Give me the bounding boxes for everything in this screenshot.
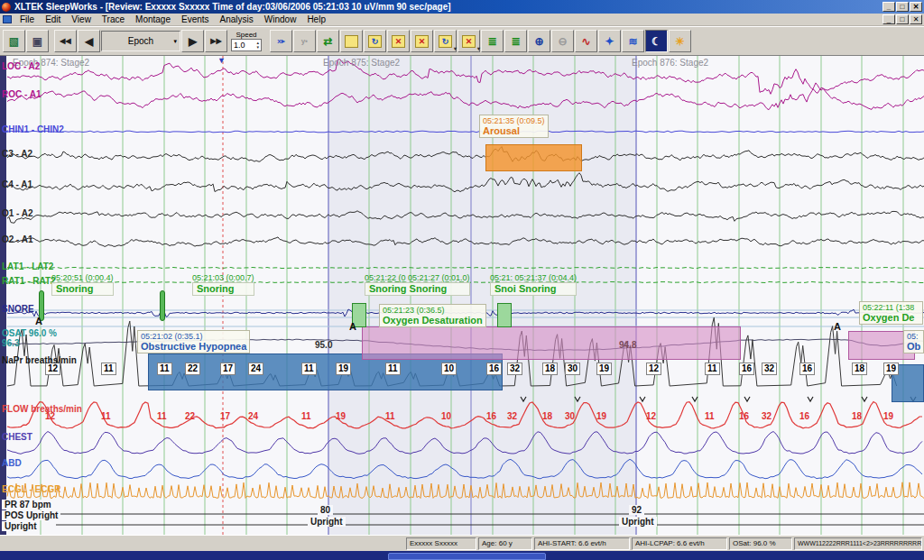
toolbar-group-left: ▧▣ (3, 30, 49, 52)
snore-event-marker-1[interactable] (160, 290, 165, 321)
desat-label-0-time: 05:21:23 (0:36.5) (383, 306, 483, 315)
arousal-label-time: 05:21:35 (0:09.5) (483, 116, 545, 125)
hypopnea-label-0-text: Obstructive Hypopnea (141, 341, 246, 352)
pr-value-0: 80 (318, 505, 333, 515)
video-playback-button[interactable]: ▣ (26, 30, 49, 52)
flow-rate-value: 17 (220, 411, 230, 421)
menu-edit[interactable]: Edit (40, 14, 66, 25)
menu-file[interactable]: File (14, 14, 40, 25)
epoch-nav-dropdown[interactable]: Epoch ▾ (101, 31, 180, 51)
x-cursor-button[interactable]: x▸ (270, 30, 292, 52)
zoom-out-icon: ⊖ (558, 35, 567, 48)
hypopnea-label-1[interactable]: 05:Ob (903, 330, 924, 353)
snoring-label-0[interactable]: 05:20:51 (0:00.4)Snoring (51, 273, 114, 296)
note-icon: ✕ (415, 35, 429, 48)
toolbar-separator (50, 30, 53, 52)
flow-rate-value: 10 (441, 411, 451, 421)
arousal-label[interactable]: 05:21:35 (0:09.5)Arousal (479, 115, 549, 138)
y-cursor-icon: y▪ (301, 37, 308, 45)
taskbar-button[interactable] (388, 553, 546, 560)
step-forward-button[interactable]: ▶ (181, 30, 204, 52)
channel-label-lat1: LAT1 - LAT2 (2, 262, 53, 271)
note-icon: ✕ (392, 35, 405, 48)
note-icon: ✕ (462, 35, 476, 48)
menu-montage[interactable]: Montage (130, 14, 176, 25)
snoring-text: Snoring (51, 282, 114, 296)
napr-rate-value: 11 (705, 363, 720, 375)
hypopnea-label-0-time: 05:21:02 (0:35.1) (141, 332, 246, 341)
snoring-label-1[interactable]: 05:21:03 (0:00.7)Snoring (192, 273, 254, 296)
menu-window[interactable]: Window (259, 14, 302, 25)
restore-button[interactable]: □ (896, 2, 909, 12)
spike-detection-button[interactable]: ∿ (575, 30, 597, 52)
x-cursor-icon: x▸ (277, 37, 284, 45)
event-summary-button[interactable]: ≣ (504, 30, 527, 52)
status-cell-3: AHI-LCPAP: 6.6 evt/h (632, 537, 727, 550)
note-new-button[interactable] (340, 30, 363, 52)
napr-rate-value: 16 (486, 363, 502, 375)
desat-label-0[interactable]: 05:21:23 (0:36.5)Oxygen Desaturation (379, 304, 486, 327)
study-review-icon: ▧ (9, 35, 19, 48)
fast-backward-button[interactable]: ◀◀ (54, 30, 77, 52)
menu-events[interactable]: Events (176, 14, 215, 25)
flow-rate-value: 19 (883, 411, 893, 421)
desat-region-0[interactable] (362, 326, 741, 360)
toolbar-group-right: x▸y▪⇄↻✕✕↻▾✕▾≣≣⊕⊖∿✦≋☾☀ (270, 30, 691, 52)
menu-help[interactable]: Help (301, 14, 331, 25)
breath-tick (862, 397, 867, 401)
stage-wizard-button[interactable]: ✦ (598, 30, 621, 52)
pr-value-1: 92 (629, 505, 644, 515)
arousal-region[interactable] (485, 144, 582, 171)
montage-reload-button[interactable]: ⇄ (317, 30, 339, 52)
mdi-window-controls: _□✕ (882, 14, 922, 24)
day-view-button[interactable]: ☀ (669, 30, 691, 52)
chevron-down-icon: ▾ (454, 45, 457, 51)
napr-rate-value: 30 (565, 363, 580, 375)
speed-input[interactable]: 1.0 ▴ ▾ (231, 39, 262, 51)
flow-rate-value: 18 (852, 411, 862, 421)
desat-label-1-time: 05:22:11 (1:38 (863, 303, 919, 312)
channel-label-963: 96.3 (2, 338, 19, 348)
note-undo-menu-button[interactable]: ↻▾ (434, 30, 457, 52)
step-backward-button[interactable]: ◀ (78, 30, 100, 52)
study-review-button[interactable]: ▧ (3, 30, 25, 52)
menu-view[interactable]: View (66, 14, 97, 25)
snoring-label-2[interactable]: 05:21:22 (0 05:21:27 (0:01.0)Snoring Sno… (365, 273, 470, 296)
stage-wizard-icon: ✦ (605, 35, 614, 48)
menu-items: FileEditViewTraceMontageEventsAnalysisWi… (14, 14, 331, 25)
close-button[interactable]: ✕ (910, 2, 922, 12)
menu-trace[interactable]: Trace (97, 14, 130, 25)
zoom-out-button: ⊖ (551, 30, 574, 52)
channel-label-o2: O2 - A1 (2, 234, 33, 244)
fast-forward-button[interactable]: ▶▶ (205, 30, 227, 52)
note-delete-all-button[interactable]: ✕ (411, 30, 433, 52)
window-controls: _□✕ (882, 2, 922, 12)
desat-label-1[interactable]: 05:22:11 (1:38Oxygen De (859, 301, 923, 325)
mdi-restore-button[interactable]: □ (896, 14, 909, 24)
snoring-label-3[interactable]: 05:21: 05:21:37 (0:04.4)Snoi Snoring (490, 273, 577, 296)
mdi-close-button[interactable]: ✕ (910, 14, 922, 24)
mdi-minimize-button[interactable]: _ (882, 14, 895, 24)
event-list-button[interactable]: ≣ (481, 30, 504, 52)
epoch-header-1: Epoch 875: Stage2 (323, 58, 400, 68)
desat-label-1-text: Oxygen De (863, 312, 919, 323)
speed-spinner[interactable]: ▴ ▾ (256, 41, 259, 50)
flow-rate-value: 19 (596, 411, 606, 421)
hypopnea-label-0[interactable]: 05:21:02 (0:35.1)Obstructive Hypopnea (137, 330, 250, 353)
night-view-icon: ☾ (651, 35, 661, 48)
note-restore-button[interactable]: ↻ (364, 30, 386, 52)
note-delete-button[interactable]: ✕ (387, 30, 410, 52)
night-view-button[interactable]: ☾ (645, 30, 668, 52)
breath-tick (692, 397, 698, 401)
minimize-button[interactable]: _ (882, 2, 895, 12)
note-remove-menu-button[interactable]: ✕▾ (457, 30, 480, 52)
fast-forward-icon: ▶▶ (210, 37, 221, 45)
menu-analysis[interactable]: Analysis (215, 14, 259, 25)
mdi-document-icon (3, 15, 12, 23)
zoom-in-button[interactable]: ⊕ (528, 30, 550, 52)
day-view-icon: ☀ (675, 35, 685, 48)
napr-rate-value: 16 (799, 363, 815, 375)
snore-event-marker-3[interactable] (497, 303, 512, 327)
filter-waves-button[interactable]: ≋ (622, 30, 644, 52)
app-icon (2, 3, 11, 12)
